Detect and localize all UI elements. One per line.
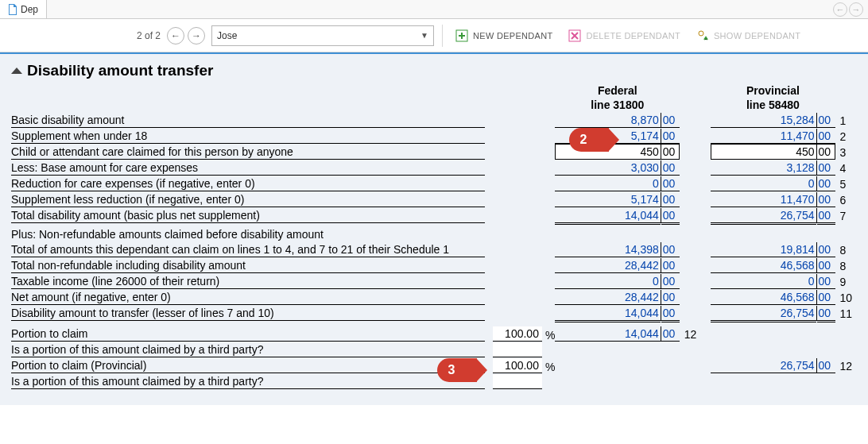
row-number: 7: [835, 210, 858, 223]
pager-next-button[interactable]: →: [188, 27, 205, 44]
row-number: 3: [835, 146, 858, 160]
separator: [442, 25, 443, 47]
row-label: Is a portion of this amount claimed by a…: [11, 375, 470, 389]
table-row: Total non-refundable including disabilit…: [11, 257, 857, 273]
amount-federal: 14,044: [555, 326, 660, 342]
cents-provincial: 00: [816, 242, 835, 257]
row-number: 8: [835, 244, 858, 257]
row-label: Net amount (if negative, enter 0): [11, 291, 470, 305]
row-number: 2: [835, 130, 858, 144]
cents-provincial: 00: [816, 306, 835, 321]
collapse-icon[interactable]: [11, 68, 22, 74]
row-label: Basic disability amount: [11, 114, 470, 128]
row-third-party-fed: Is a portion of this amount claimed by a…: [11, 342, 857, 357]
nav-fwd-icon[interactable]: →: [849, 2, 863, 17]
cents-provincial[interactable]: 00: [816, 144, 835, 160]
callout-2: 2: [569, 128, 609, 152]
amount-provincial: 46,568: [711, 258, 816, 273]
row-label: Total of amounts this dependant can clai…: [11, 243, 470, 257]
plus-icon: [455, 29, 468, 42]
amount-provincial: 15,284: [711, 113, 816, 128]
top-nav-arrows: ← →: [833, 0, 863, 18]
cents-provincial: 00: [816, 129, 835, 144]
cents-federal: 00: [661, 129, 680, 144]
row-label: Disability amount to transfer (lesser of…: [11, 307, 470, 321]
table-row: Reduction for care expenses (if negative…: [11, 176, 857, 191]
cents-federal: 00: [661, 242, 680, 257]
row-number: 5: [835, 178, 858, 191]
show-dependant-label: SHOW DEPENDANT: [714, 31, 800, 41]
row-number: 6: [835, 194, 858, 207]
tab-dep[interactable]: Dep: [0, 0, 47, 18]
amount-provincial: 3,128: [711, 160, 816, 176]
amount-federal: 28,442: [555, 258, 660, 273]
third-party-input-fed[interactable]: [493, 342, 542, 357]
row-number: 1: [835, 114, 858, 128]
tab-strip: Dep ← →: [0, 0, 868, 19]
show-dependant-button: SHOW DEPENDANT: [692, 26, 805, 45]
cents-federal: 00: [661, 192, 680, 207]
dependant-select[interactable]: Jose ▼: [211, 25, 434, 46]
amount-provincial: 26,754: [711, 358, 816, 373]
portion-pct-provincial[interactable]: 100.00: [493, 358, 542, 373]
amount-provincial: 19,814: [711, 242, 816, 257]
table-row: Taxable income (line 26000 of their retu…: [11, 273, 857, 289]
new-dependant-label: NEW DEPENDANT: [473, 31, 552, 41]
row-number: 10: [835, 291, 858, 305]
row-label: Portion to claim (Provincial): [11, 359, 470, 373]
tab-label: Dep: [21, 4, 38, 15]
show-icon: [696, 29, 709, 42]
amount-provincial: 0: [711, 176, 816, 191]
amount-federal: 5,174: [555, 192, 660, 207]
chevron-down-icon: ▼: [420, 31, 428, 40]
pct-symbol: %: [545, 361, 555, 373]
delete-dependant-button: DELETE DEPENDANT: [564, 26, 685, 45]
amount-provincial: 11,470: [711, 192, 816, 207]
third-party-input-prov[interactable]: [493, 374, 542, 389]
table-row: Child or attendant care claimed for this…: [11, 144, 857, 160]
cents-federal: 00: [661, 326, 680, 342]
row-label: Is a portion of this amount claimed by a…: [11, 343, 470, 357]
amount-provincial[interactable]: 450: [711, 144, 816, 160]
pager: 2 of 2 ← →: [6, 27, 205, 44]
row-portion-claim: Portion to claim 100.00 % 14,044 00 12: [11, 326, 857, 342]
row-number: 8: [835, 260, 858, 273]
cents-provincial: 00: [816, 258, 835, 273]
row-label: Child or attendant care claimed for this…: [11, 145, 470, 160]
amount-federal: 14,044: [555, 306, 660, 321]
row-third-party-prov: Is a portion of this amount claimed by a…: [11, 373, 857, 389]
row-label: Portion to claim: [11, 327, 470, 342]
amount-provincial: 11,470: [711, 129, 816, 144]
new-dependant-button[interactable]: NEW DEPENDANT: [451, 26, 557, 45]
cents-federal: 00: [661, 208, 680, 223]
table-row: Total disability amount (basic plus net …: [11, 207, 857, 223]
cents-federal[interactable]: 00: [661, 144, 680, 160]
toolbar: 2 of 2 ← → Jose ▼ NEW DEPENDANT DELETE D…: [0, 19, 868, 52]
amount-provincial: 0: [711, 274, 816, 289]
cents-provincial: 00: [816, 192, 835, 207]
amount-federal: 28,442: [555, 290, 660, 305]
cents-federal: 00: [661, 113, 680, 128]
amount-federal: 8,870: [555, 113, 660, 128]
cents-provincial: 00: [816, 176, 835, 191]
nav-back-icon[interactable]: ←: [833, 2, 847, 17]
cents-federal: 00: [661, 176, 680, 191]
amount-federal: 3,030: [555, 160, 660, 176]
pct-symbol: %: [545, 329, 555, 342]
x-icon: [568, 29, 581, 42]
portion-pct-federal[interactable]: 100.00: [493, 326, 542, 342]
row-label: Reduction for care expenses (if negative…: [11, 177, 470, 191]
table-row: Disability amount to transfer (lesser of…: [11, 305, 857, 321]
callout-3: 3: [437, 358, 477, 382]
amount-federal: 0: [555, 176, 660, 191]
amount-federal: 0: [555, 274, 660, 289]
cents-federal: 00: [661, 306, 680, 321]
row-number-prov: 12: [835, 360, 858, 373]
row-number: 4: [835, 162, 858, 176]
table-row: Total of amounts this dependant can clai…: [11, 241, 857, 257]
document-icon: [8, 4, 17, 15]
row-number: 11: [835, 307, 858, 321]
row-label: Plus: Non-refundable amounts claimed bef…: [11, 228, 470, 241]
pager-prev-button[interactable]: ←: [167, 27, 184, 44]
amount-provincial: 26,754: [711, 208, 816, 223]
